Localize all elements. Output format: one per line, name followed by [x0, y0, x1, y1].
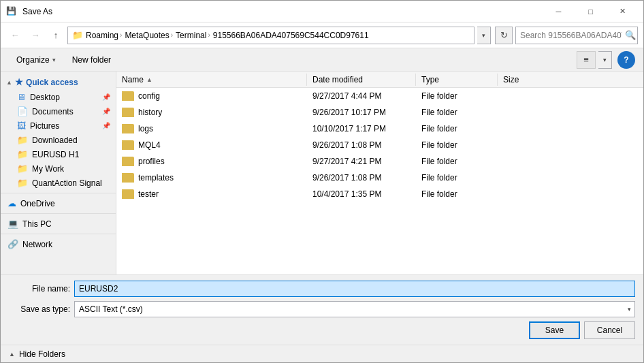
table-row[interactable]: templates 9/26/2017 1:08 PM File folder — [116, 170, 643, 186]
cancel-label: Cancel — [597, 326, 622, 335]
sidebar-item-documents-label: Documents — [32, 107, 74, 116]
filename-input[interactable] — [74, 281, 635, 297]
save-button[interactable]: Save — [529, 321, 580, 339]
help-label: ? — [624, 55, 628, 65]
close-button[interactable]: ✕ — [607, 2, 638, 21]
sidebar-item-eurusd[interactable]: 📁 EURUSD H1 — [1, 147, 116, 161]
table-row[interactable]: tester 10/4/2017 1:35 PM File folder — [116, 186, 643, 202]
sidebar-item-documents[interactable]: 📄 Documents 📌 — [1, 104, 116, 119]
organize-label: Organize — [16, 55, 50, 65]
up-button[interactable]: ↑ — [47, 27, 65, 44]
thispc-icon: 💻 — [7, 219, 18, 229]
title-bar-left: 💾 Save As — [6, 6, 52, 17]
title-bar: 💾 Save As ─ □ ✕ — [1, 1, 643, 22]
file-name: MQL4 — [138, 140, 161, 150]
sidebar-item-quantaction[interactable]: 📁 QuantAction Signal — [1, 176, 116, 190]
folder-icon — [122, 124, 134, 133]
hide-folders-label: Hide Folders — [19, 349, 65, 359]
pin-icon-2: 📌 — [102, 108, 110, 115]
table-row[interactable]: config 9/27/2017 4:44 PM File folder — [116, 88, 643, 104]
savetype-row: Save as type: ASCII Text (*.csv) ▾ — [9, 301, 635, 317]
new-folder-button[interactable]: New folder — [65, 51, 118, 69]
file-cell-name: config — [116, 91, 307, 101]
sidebar-divider-3 — [1, 234, 116, 234]
sidebar-section-quick-access[interactable]: ▲ ★ Quick access — [1, 74, 116, 90]
sidebar-divider-2 — [1, 213, 116, 214]
quick-access-star-icon: ★ — [15, 77, 23, 87]
col-header-size[interactable]: Size — [498, 74, 552, 86]
forward-button[interactable]: → — [27, 27, 44, 44]
search-input[interactable] — [520, 31, 622, 40]
refresh-button[interactable]: ↻ — [495, 27, 513, 44]
col-size-label: Size — [503, 75, 519, 84]
file-name: history — [138, 108, 162, 117]
quick-access-label: Quick access — [26, 78, 78, 87]
table-row[interactable]: logs 10/10/2017 1:17 PM File folder — [116, 121, 643, 137]
path-folder-icon: 📁 — [72, 30, 83, 40]
path-segment-metaquotes: MetaQuotes › — [125, 31, 173, 40]
sidebar-item-desktop-label: Desktop — [30, 93, 60, 102]
sidebar-item-quantaction-label: QuantAction Signal — [32, 178, 102, 188]
view-button[interactable]: ≡ — [577, 51, 596, 69]
new-folder-label: New folder — [72, 55, 111, 65]
sidebar-item-network[interactable]: 🔗 Network — [1, 237, 116, 251]
col-type-label: Type — [421, 75, 439, 84]
sidebar-item-thispc[interactable]: 💻 This PC — [1, 217, 116, 231]
view-icon: ≡ — [583, 54, 589, 65]
main-area: ▲ ★ Quick access 🖥 Desktop 📌 📄 Documents… — [1, 72, 643, 274]
address-dropdown-button[interactable]: ▾ — [477, 27, 491, 44]
dialog-title: Save As — [22, 7, 52, 16]
cancel-button[interactable]: Cancel — [584, 321, 635, 339]
savetype-select-wrap: ASCII Text (*.csv) ▾ — [74, 301, 635, 317]
organize-button[interactable]: Organize ▾ — [9, 51, 63, 69]
pictures-icon: 🖼 — [17, 121, 26, 131]
title-controls: ─ □ ✕ — [543, 2, 638, 21]
table-row[interactable]: MQL4 9/26/2017 1:08 PM File folder — [116, 137, 643, 153]
sidebar-item-desktop[interactable]: 🖥 Desktop 📌 — [1, 90, 116, 104]
search-box[interactable]: 🔍 — [515, 27, 638, 44]
folder-icon — [122, 157, 134, 166]
sidebar-item-onedrive[interactable]: ☁ OneDrive — [1, 196, 116, 210]
file-cell-name: history — [116, 108, 307, 117]
table-row[interactable]: history 9/26/2017 10:17 PM File folder — [116, 104, 643, 121]
search-icon: 🔍 — [625, 30, 636, 40]
minimize-button[interactable]: ─ — [543, 2, 574, 21]
sidebar-item-eurusd-label: EURUSD H1 — [32, 150, 79, 159]
sidebar-item-pictures-label: Pictures — [30, 121, 59, 131]
documents-icon: 📄 — [17, 106, 28, 116]
back-button[interactable]: ← — [6, 27, 24, 44]
table-row[interactable]: profiles 9/27/2017 4:21 PM File folder — [116, 153, 643, 170]
sidebar-item-mywork[interactable]: 📁 My Work — [1, 161, 116, 176]
col-header-date[interactable]: Date modified — [307, 74, 416, 86]
onedrive-icon: ☁ — [7, 198, 16, 208]
quantaction-folder-icon: 📁 — [17, 178, 28, 188]
file-name: templates — [138, 173, 174, 183]
file-cell-type: File folder — [416, 124, 498, 133]
col-name-label: Name — [122, 75, 144, 84]
quick-access-chevron-icon: ▲ — [6, 79, 12, 86]
file-name: config — [138, 91, 160, 101]
toolbar: Organize ▾ New folder ≡ ▾ ? — [1, 48, 643, 72]
col-header-name[interactable]: Name ▲ — [116, 74, 307, 86]
hide-folders-bar[interactable]: ▲ Hide Folders — [1, 345, 643, 362]
view-dropdown-button[interactable]: ▾ — [598, 51, 612, 69]
sidebar-item-pictures[interactable]: 🖼 Pictures 📌 — [1, 119, 116, 133]
file-cell-date: 9/26/2017 10:17 PM — [307, 108, 416, 117]
maximize-button[interactable]: □ — [575, 2, 606, 21]
help-button[interactable]: ? — [617, 51, 635, 69]
col-header-type[interactable]: Type — [416, 74, 498, 86]
sidebar-item-downloaded[interactable]: 📁 Downloaded — [1, 133, 116, 147]
eurusd-folder-icon: 📁 — [17, 149, 28, 159]
toolbar-right: ≡ ▾ ? — [577, 51, 635, 69]
savetype-select[interactable]: ASCII Text (*.csv) — [74, 301, 635, 317]
bottom-bar: File name: Save as type: ASCII Text (*.c… — [1, 274, 643, 345]
folder-icon — [122, 173, 134, 183]
address-path[interactable]: 📁 Roaming › MetaQuotes › Terminal › 9155… — [67, 27, 474, 44]
file-cell-type: File folder — [416, 173, 498, 183]
folder-icon — [122, 189, 134, 199]
dialog-icon: 💾 — [6, 6, 17, 17]
file-cell-name: profiles — [116, 157, 307, 166]
file-cell-type: File folder — [416, 91, 498, 101]
file-cell-name: MQL4 — [116, 140, 307, 150]
address-bar: ← → ↑ 📁 Roaming › MetaQuotes › Terminal … — [1, 22, 643, 48]
